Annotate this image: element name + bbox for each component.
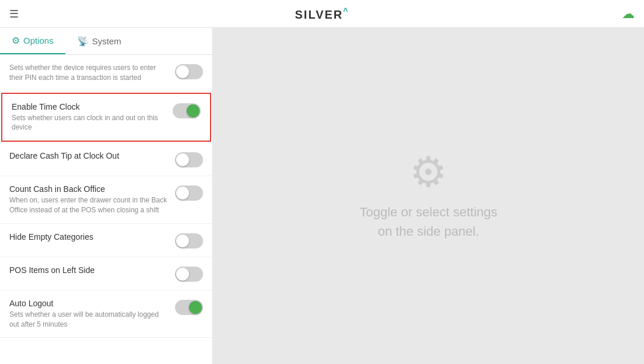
- setting-item-pos-items-left: POS Items on Left Side: [0, 257, 212, 290]
- enable-time-clock-toggle[interactable]: [173, 103, 201, 118]
- pos-items-left-toggle-thumb: [176, 268, 189, 281]
- settings-list: Sets whether the device requires users t…: [0, 55, 212, 364]
- auto-logout-title: Auto Logout: [9, 299, 168, 308]
- count-cash-toggle[interactable]: [175, 186, 203, 201]
- pin-toggle-track: [175, 64, 203, 79]
- system-tab-icon: 📡: [77, 36, 89, 47]
- pin-toggle-thumb: [176, 65, 189, 78]
- menu-icon[interactable]: ☰: [9, 8, 19, 20]
- options-tab-label: Options: [23, 36, 54, 46]
- tab-options[interactable]: ⚙ Options: [0, 28, 65, 54]
- declare-cash-tip-toggle-thumb: [176, 153, 189, 166]
- pos-items-left-toggle-track: [175, 267, 203, 282]
- count-cash-title: Count Cash in Back Office: [9, 184, 168, 194]
- count-cash-toggle-track: [175, 186, 203, 201]
- setting-item-hide-empty-categories: Hide Empty Categories: [0, 224, 212, 257]
- enable-time-clock-toggle-thumb: [187, 104, 200, 117]
- setting-item-auto-logout: Auto Logout Sets whether a user will be …: [0, 290, 212, 338]
- enable-time-clock-desc: Sets whether users can clock in and out …: [12, 113, 166, 133]
- app-header: ☰ SILVER^ ☁: [0, 0, 644, 28]
- declare-cash-tip-text: Declare Cash Tip at Clock Out: [9, 151, 175, 162]
- setting-item-declare-cash-tip: Declare Cash Tip at Clock Out: [0, 143, 212, 176]
- right-panel-text: Toggle or select settingson the side pan…: [359, 202, 497, 241]
- hide-empty-categories-toggle-track: [175, 233, 203, 249]
- title-arrow: ^: [343, 6, 349, 16]
- hide-empty-categories-toggle[interactable]: [175, 233, 203, 249]
- pos-items-left-text: POS Items on Left Side: [9, 265, 175, 276]
- declare-cash-tip-toggle[interactable]: [175, 152, 203, 167]
- sidebar: ⚙ Options 📡 System Sets whether the devi…: [0, 28, 213, 364]
- main-content: ⚙ Options 📡 System Sets whether the devi…: [0, 28, 644, 364]
- auto-logout-desc: Sets whether a user will be automaticall…: [9, 310, 168, 330]
- auto-logout-toggle-track: [175, 300, 203, 315]
- count-cash-text: Count Cash in Back Office When on, users…: [9, 184, 175, 215]
- setting-item-count-cash: Count Cash in Back Office When on, users…: [0, 176, 212, 224]
- count-cash-toggle-thumb: [176, 187, 189, 200]
- options-tab-icon: ⚙: [12, 35, 20, 46]
- enable-time-clock-toggle-track: [173, 103, 201, 118]
- app-title: SILVER^: [295, 6, 349, 22]
- pin-toggle[interactable]: [175, 64, 203, 79]
- system-tab-label: System: [92, 36, 121, 46]
- cloud-icon: ☁: [622, 6, 635, 22]
- pin-setting-desc: Sets whether the device requires users t…: [9, 63, 175, 83]
- setting-item-enable-time-clock: Enable Time Clock Sets whether users can…: [1, 93, 211, 142]
- gear-icon-large: ⚙: [410, 151, 447, 193]
- declare-cash-tip-title: Declare Cash Tip at Clock Out: [9, 151, 168, 160]
- count-cash-desc: When on, users enter the drawer count in…: [9, 195, 168, 215]
- auto-logout-toggle[interactable]: [175, 300, 203, 315]
- hide-empty-categories-text: Hide Empty Categories: [9, 232, 175, 243]
- auto-logout-text: Auto Logout Sets whether a user will be …: [9, 299, 175, 330]
- enable-time-clock-text: Enable Time Clock Sets whether users can…: [12, 102, 173, 133]
- right-panel: ⚙ Toggle or select settingson the side p…: [213, 28, 644, 364]
- pos-items-left-toggle[interactable]: [175, 267, 203, 282]
- declare-cash-tip-toggle-track: [175, 152, 203, 167]
- tab-system[interactable]: 📡 System: [65, 28, 133, 54]
- pin-setting-item: Sets whether the device requires users t…: [0, 55, 212, 92]
- enable-time-clock-title: Enable Time Clock: [12, 102, 166, 111]
- header-left: ☰: [9, 8, 19, 20]
- pos-items-left-title: POS Items on Left Side: [9, 265, 168, 275]
- hide-empty-categories-title: Hide Empty Categories: [9, 232, 168, 242]
- tabs-bar: ⚙ Options 📡 System: [0, 28, 212, 55]
- auto-logout-toggle-thumb: [189, 301, 202, 314]
- hide-empty-categories-toggle-thumb: [176, 235, 189, 247]
